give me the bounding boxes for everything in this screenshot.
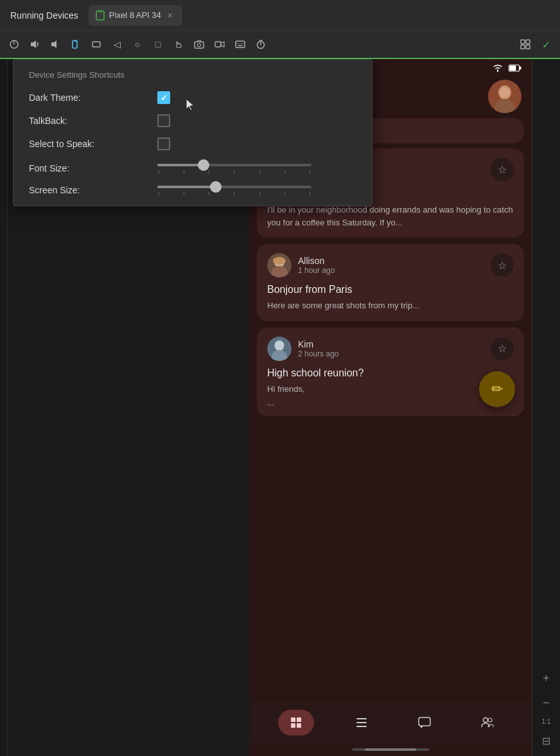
volume-up-button[interactable] bbox=[26, 35, 44, 53]
nav-home-button[interactable] bbox=[278, 710, 314, 735]
svg-rect-47 bbox=[291, 723, 295, 728]
svg-point-27 bbox=[497, 69, 498, 71]
overview-button[interactable]: □ bbox=[149, 35, 167, 53]
svg-rect-9 bbox=[195, 42, 204, 48]
talkback-row: TalkBack: bbox=[29, 114, 356, 127]
profile-avatar bbox=[488, 80, 521, 113]
timer-button[interactable] bbox=[252, 35, 270, 53]
kim-truncated: ... bbox=[267, 398, 514, 407]
screen-size-slider[interactable] bbox=[157, 186, 311, 188]
allison-star-icon: ☆ bbox=[498, 259, 507, 272]
fab-edit-icon: ✏ bbox=[491, 381, 503, 398]
select-to-speak-checkbox[interactable] bbox=[157, 137, 170, 150]
battery-icon bbox=[509, 64, 521, 72]
svg-point-34 bbox=[500, 87, 510, 98]
gesture-button[interactable] bbox=[170, 35, 188, 53]
font-size-row: Font Size: bbox=[29, 163, 356, 173]
kim-name: Kim bbox=[298, 339, 338, 349]
rotate-button[interactable] bbox=[67, 35, 85, 53]
minus-icon: − bbox=[543, 696, 550, 710]
frame-icon: ⊟ bbox=[542, 735, 550, 747]
kim-time: 2 hours ago bbox=[298, 349, 338, 358]
notif-card-allison[interactable]: Allison 1 hour ago ☆ Bonjour from Paris … bbox=[257, 244, 524, 321]
plus-icon: + bbox=[543, 672, 550, 685]
allison-time: 1 hour ago bbox=[298, 266, 335, 275]
talkback-label: TalkBack: bbox=[29, 116, 157, 126]
dark-theme-checkbox[interactable]: ✓ bbox=[157, 91, 170, 104]
screen-size-thumb[interactable] bbox=[210, 181, 222, 193]
svg-rect-8 bbox=[92, 42, 100, 47]
nav-chat-button[interactable] bbox=[409, 710, 440, 735]
font-size-thumb[interactable] bbox=[198, 159, 209, 171]
dsp-title: Device Settings Shortcuts bbox=[29, 70, 356, 80]
tab-label: Pixel 8 API 34 bbox=[109, 10, 161, 20]
allison-name: Allison bbox=[298, 256, 335, 266]
svg-point-43 bbox=[275, 340, 284, 351]
svg-marker-26 bbox=[186, 99, 194, 110]
tab-device-icon bbox=[95, 10, 105, 21]
camera-button[interactable] bbox=[190, 35, 208, 53]
screen-size-slider-container bbox=[157, 186, 311, 195]
nav-people-button[interactable] bbox=[472, 710, 503, 735]
allison-body: Here are some great shots from my trip..… bbox=[267, 299, 514, 312]
svg-rect-46 bbox=[297, 717, 301, 722]
allison-avatar bbox=[267, 253, 292, 277]
kim-avatar bbox=[267, 337, 292, 361]
back-button[interactable]: ◁ bbox=[108, 35, 126, 53]
device-shortcuts-panel: Device Settings Shortcuts Dark Theme: ✓ bbox=[13, 59, 372, 206]
svg-rect-24 bbox=[521, 45, 525, 49]
notif-card-kim[interactable]: Kim 2 hours ago ☆ High school reunion? H… bbox=[257, 328, 524, 417]
svg-rect-51 bbox=[356, 726, 367, 727]
power-button[interactable] bbox=[5, 35, 23, 53]
talkback-checkbox[interactable] bbox=[157, 114, 170, 127]
fab-button[interactable]: ✏ bbox=[479, 371, 515, 407]
extended-controls-button[interactable] bbox=[516, 35, 534, 53]
ali-body: I'll be in your neighborhood doing erran… bbox=[267, 204, 514, 229]
svg-rect-23 bbox=[526, 40, 530, 44]
video-button[interactable] bbox=[211, 35, 229, 53]
scroll-indicator bbox=[249, 743, 532, 756]
nav-list-button[interactable] bbox=[346, 710, 377, 735]
kim-star-icon: ☆ bbox=[498, 342, 507, 355]
dark-theme-row: Dark Theme: ✓ bbox=[29, 91, 356, 104]
svg-rect-30 bbox=[510, 66, 516, 71]
title-bar: Running Devices Pixel 8 API 34 × bbox=[0, 0, 560, 31]
svg-rect-7 bbox=[74, 41, 76, 42]
svg-point-10 bbox=[198, 44, 201, 47]
svg-rect-13 bbox=[236, 41, 245, 48]
svg-rect-29 bbox=[520, 67, 521, 70]
svg-marker-4 bbox=[31, 40, 36, 48]
kim-star-button[interactable]: ☆ bbox=[491, 337, 514, 360]
svg-rect-25 bbox=[526, 45, 530, 49]
tab-close-button[interactable]: × bbox=[165, 10, 175, 21]
select-to-speak-row: Select to Speak: bbox=[29, 137, 356, 150]
kim-body: Hi friends, bbox=[267, 383, 514, 396]
add-button[interactable]: + bbox=[536, 668, 557, 689]
svg-rect-48 bbox=[297, 723, 301, 728]
svg-rect-50 bbox=[356, 722, 367, 723]
close-button[interactable]: ✓ bbox=[537, 35, 555, 53]
kim-title: High school reunion? bbox=[267, 367, 514, 379]
wifi-icon bbox=[492, 63, 503, 74]
right-panel: + − 1:1 ⊟ bbox=[532, 59, 560, 756]
keyboard-button[interactable] bbox=[231, 35, 249, 53]
frame-button[interactable]: ⊟ bbox=[536, 730, 557, 751]
font-size-label: Font Size: bbox=[29, 163, 157, 173]
font-size-slider[interactable] bbox=[157, 164, 311, 166]
svg-rect-52 bbox=[419, 717, 430, 726]
device-tab[interactable]: Pixel 8 API 34 × bbox=[89, 5, 182, 26]
left-sidebar bbox=[0, 59, 8, 756]
font-size-slider-container bbox=[157, 164, 311, 173]
svg-point-53 bbox=[484, 718, 488, 723]
toolbar: ◁ ○ □ ✓ bbox=[0, 31, 560, 59]
svg-marker-5 bbox=[51, 40, 57, 48]
svg-rect-1 bbox=[98, 12, 102, 12]
landscape-button[interactable] bbox=[87, 35, 105, 53]
home-button[interactable]: ○ bbox=[128, 35, 146, 53]
allison-star-button[interactable]: ☆ bbox=[491, 254, 514, 277]
zoom-label: 1:1 bbox=[542, 717, 551, 726]
volume-down-button[interactable] bbox=[46, 35, 64, 53]
subtract-button[interactable]: − bbox=[536, 692, 557, 713]
ali-star-button[interactable]: ☆ bbox=[491, 158, 514, 181]
svg-point-54 bbox=[488, 718, 492, 722]
